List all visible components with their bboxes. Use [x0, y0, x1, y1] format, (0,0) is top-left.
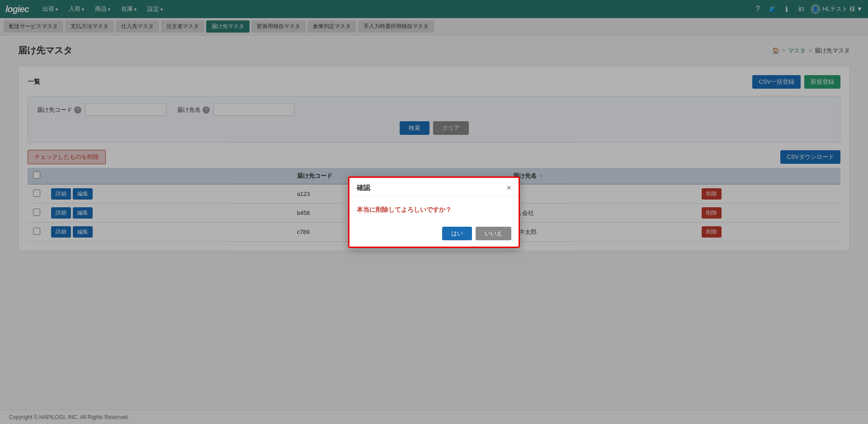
dialog-body: 本当に削除してよろしいですか？: [349, 197, 519, 223]
dialog-message: 本当に削除してよろしいですか？: [357, 206, 511, 214]
dialog-header: 確認 ×: [349, 178, 519, 197]
dialog-close-button[interactable]: ×: [506, 183, 511, 193]
confirm-no-button[interactable]: いいえ: [476, 227, 511, 240]
confirm-dialog: 確認 × 本当に削除してよろしいですか？ はい いいえ: [348, 176, 520, 248]
confirm-yes-button[interactable]: はい: [442, 227, 472, 240]
modal-overlay: 確認 × 本当に削除してよろしいですか？ はい いいえ: [0, 0, 868, 424]
dialog-footer: はい いいえ: [349, 223, 519, 247]
dialog-title: 確認: [357, 184, 370, 192]
